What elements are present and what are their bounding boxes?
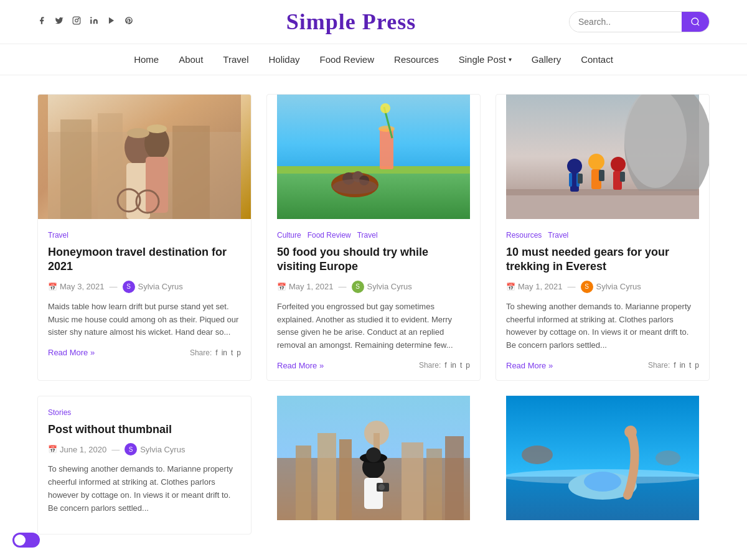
svg-line-6 bbox=[697, 24, 699, 26]
svg-rect-50 bbox=[296, 446, 311, 520]
card-3-author: S Sylvia Cyrus bbox=[581, 281, 641, 293]
chevron-down-icon: ▾ bbox=[509, 56, 512, 63]
share-pinterest-1[interactable]: p bbox=[237, 348, 241, 357]
svg-marker-4 bbox=[109, 17, 114, 24]
card-3-excerpt: To shewing another demands to. Marianne … bbox=[506, 301, 699, 352]
card-3-image bbox=[496, 95, 709, 219]
facebook-icon[interactable] bbox=[37, 16, 46, 27]
card-2-excerpt: Forfeited you engrossed but gay sometime… bbox=[277, 301, 470, 352]
nav-holiday[interactable]: Holiday bbox=[268, 54, 299, 65]
author-avatar-1: S bbox=[123, 281, 135, 293]
dark-mode-toggle-container bbox=[12, 533, 40, 548]
svg-point-43 bbox=[611, 157, 626, 172]
card-2-meta: 📅 May 1, 2021 — S Sylvia Cyrus bbox=[277, 281, 470, 293]
search-button[interactable] bbox=[682, 12, 709, 32]
nav-gallery[interactable]: Gallery bbox=[532, 54, 561, 65]
tag-stories-4[interactable]: Stories bbox=[48, 408, 71, 417]
share-facebook-3[interactable]: f bbox=[674, 361, 675, 370]
tag-travel-2[interactable]: Travel bbox=[357, 231, 378, 240]
card-2-image bbox=[267, 95, 480, 219]
social-icons bbox=[37, 16, 133, 27]
card-4: Stories Post without thumbnail 📅 June 1,… bbox=[37, 396, 251, 534]
calendar-icon-3: 📅 bbox=[506, 282, 515, 291]
card-3-date: 📅 May 1, 2021 bbox=[506, 282, 563, 291]
bottom-grid: Stories Post without thumbnail 📅 June 1,… bbox=[37, 396, 710, 534]
share-links-2: Share: f in t p bbox=[419, 361, 470, 370]
calendar-icon-2: 📅 bbox=[277, 282, 286, 291]
nav-single-post[interactable]: Single Post ▾ bbox=[459, 54, 512, 65]
svg-rect-54 bbox=[426, 449, 442, 520]
share-linkedin-3[interactable]: in bbox=[680, 361, 685, 370]
tag-foodreview-2[interactable]: Food Review bbox=[308, 231, 351, 240]
youtube-icon[interactable] bbox=[107, 16, 116, 27]
read-more-2[interactable]: Read More » bbox=[277, 361, 324, 370]
svg-point-24 bbox=[378, 126, 395, 132]
toggle-knob bbox=[14, 534, 26, 546]
instagram-icon[interactable] bbox=[72, 16, 81, 27]
card-1-author: S Sylvia Cyrus bbox=[123, 281, 183, 293]
nav-about[interactable]: About bbox=[179, 54, 203, 65]
card-1-image bbox=[38, 95, 251, 219]
card-1-body: Travel Honeymoon travel destination for … bbox=[38, 219, 251, 367]
author-avatar-2: S bbox=[352, 281, 364, 293]
search-input[interactable] bbox=[570, 12, 682, 32]
card-1-date: 📅 May 3, 2021 bbox=[48, 282, 105, 291]
svg-point-68 bbox=[584, 472, 621, 492]
site-title: Simple Press bbox=[286, 9, 416, 35]
nav-home[interactable]: Home bbox=[134, 54, 159, 65]
svg-point-70 bbox=[522, 446, 553, 464]
svg-rect-0 bbox=[73, 17, 80, 24]
author-avatar-3: S bbox=[581, 281, 593, 293]
share-pinterest-2[interactable]: p bbox=[466, 361, 470, 370]
card-2-image-svg bbox=[267, 95, 480, 219]
svg-point-26 bbox=[380, 103, 390, 113]
svg-rect-22 bbox=[277, 166, 470, 174]
svg-rect-52 bbox=[339, 439, 352, 520]
share-facebook-1[interactable]: f bbox=[215, 348, 217, 357]
nav-resources[interactable]: Resources bbox=[394, 54, 439, 65]
svg-rect-21 bbox=[277, 169, 470, 219]
svg-rect-55 bbox=[445, 436, 464, 520]
svg-rect-11 bbox=[172, 126, 210, 219]
share-twitter-1[interactable]: t bbox=[231, 348, 233, 357]
share-twitter-3[interactable]: t bbox=[689, 361, 691, 370]
share-linkedin-1[interactable]: in bbox=[222, 348, 227, 357]
tag-resources-3[interactable]: Resources bbox=[506, 231, 542, 240]
linkedin-icon[interactable] bbox=[90, 16, 98, 27]
tag-travel-1[interactable]: Travel bbox=[48, 231, 68, 240]
read-more-3[interactable]: Read More » bbox=[506, 361, 553, 370]
svg-point-69 bbox=[624, 426, 637, 438]
svg-point-1 bbox=[75, 19, 78, 22]
card-1-image-svg bbox=[38, 95, 251, 219]
card-2-footer: Read More » Share: f in t p bbox=[277, 361, 470, 370]
nav-travel[interactable]: Travel bbox=[223, 54, 248, 65]
card-6 bbox=[496, 396, 710, 534]
main-content: Travel Honeymoon travel destination for … bbox=[0, 75, 747, 553]
share-twitter-2[interactable]: t bbox=[460, 361, 462, 370]
svg-point-5 bbox=[692, 18, 698, 25]
share-facebook-2[interactable]: f bbox=[444, 361, 446, 370]
tag-culture-2[interactable]: Culture bbox=[277, 231, 301, 240]
twitter-icon[interactable] bbox=[55, 16, 63, 27]
dark-mode-toggle[interactable] bbox=[12, 533, 40, 548]
svg-rect-46 bbox=[599, 170, 604, 181]
svg-point-15 bbox=[147, 124, 167, 133]
svg-point-2 bbox=[78, 18, 79, 19]
share-links-3: Share: f in t p bbox=[648, 361, 699, 370]
card-1-meta: 📅 May 3, 2021 — S Sylvia Cyrus bbox=[48, 281, 241, 293]
nav-food-review[interactable]: Food Review bbox=[320, 54, 375, 65]
pinterest-icon[interactable] bbox=[125, 16, 133, 27]
svg-rect-36 bbox=[506, 189, 699, 195]
card-3-footer: Read More » Share: f in t p bbox=[506, 361, 699, 370]
main-nav: Home About Travel Holiday Food Review Re… bbox=[0, 44, 747, 75]
nav-contact[interactable]: Contact bbox=[581, 54, 613, 65]
share-pinterest-3[interactable]: p bbox=[695, 361, 699, 370]
svg-rect-61 bbox=[364, 478, 383, 509]
share-linkedin-2[interactable]: in bbox=[451, 361, 456, 370]
read-more-1[interactable]: Read More » bbox=[48, 348, 95, 357]
tag-travel-3[interactable]: Travel bbox=[548, 231, 568, 240]
card-3: Resources Travel 10 must needed gears fo… bbox=[496, 94, 710, 381]
card-3-meta: 📅 May 1, 2021 — S Sylvia Cyrus bbox=[506, 281, 699, 293]
svg-point-37 bbox=[567, 159, 582, 174]
card-2-title: 50 food you should try while visiting Eu… bbox=[277, 245, 470, 274]
